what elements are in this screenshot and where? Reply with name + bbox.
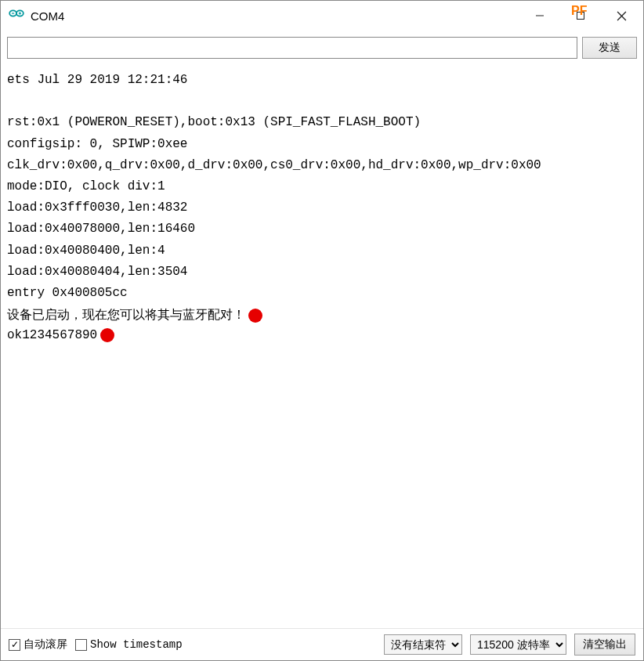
console-line: entry 0x400805cc	[7, 283, 637, 304]
console-line-marked: 设备已启动，现在您可以将其与蓝牙配对！	[7, 304, 637, 325]
console-line-marked: ok1234567890	[7, 325, 637, 346]
arduino-icon	[9, 8, 24, 23]
window-controls: PF	[519, 1, 642, 31]
clear-output-button[interactable]: 清空输出	[574, 634, 635, 656]
console-output[interactable]: ets Jul 29 2019 12:21:46 rst:0x1 (POWERO…	[1, 65, 643, 628]
console-line: load:0x40080400,len:4	[7, 240, 637, 262]
line-ending-select[interactable]: 没有结束符	[384, 634, 462, 655]
console-line: load:0x40080404,len:3504	[7, 262, 637, 283]
window-title: COM4	[31, 9, 519, 23]
console-line: clk_drv:0x00,q_drv:0x00,d_drv:0x00,cs0_d…	[7, 155, 637, 176]
console-line: configsip: 0, SPIWP:0xee	[7, 134, 637, 155]
console-line: mode:DIO, clock div:1	[7, 176, 637, 197]
autoscroll-checkbox[interactable]: ✓ 自动滚屏	[9, 638, 67, 652]
toolbar: 发送	[1, 31, 643, 65]
svg-rect-6	[577, 13, 584, 20]
bottombar: ✓ 自动滚屏 Show timestamp 没有结束符 115200 波特率 清…	[1, 628, 643, 660]
console-line: rst:0x1 (POWERON_RESET),boot:0x13 (SPI_F…	[7, 112, 637, 133]
maximize-button[interactable]: PF	[560, 1, 601, 31]
timestamp-label: Show timestamp	[90, 638, 183, 651]
console-line: load:0x40078000,len:16460	[7, 219, 637, 240]
console-line: load:0x3fff0030,len:4832	[7, 197, 637, 219]
timestamp-checkbox[interactable]: Show timestamp	[75, 638, 183, 651]
serial-input[interactable]	[7, 37, 577, 59]
serial-monitor-window: COM4 PF 发送 ets Jul 29 2019 12:21:46 rst:…	[0, 0, 644, 661]
red-dot-icon	[100, 328, 114, 342]
console-line	[7, 91, 637, 112]
red-dot-icon	[248, 309, 262, 323]
console-line: ets Jul 29 2019 12:21:46	[7, 70, 637, 91]
baud-rate-select[interactable]: 115200 波特率	[470, 634, 566, 655]
close-button[interactable]	[601, 1, 642, 31]
titlebar: COM4 PF	[1, 1, 643, 31]
send-button[interactable]: 发送	[582, 37, 637, 59]
autoscroll-label: 自动滚屏	[24, 638, 67, 652]
minimize-button[interactable]	[519, 1, 560, 31]
